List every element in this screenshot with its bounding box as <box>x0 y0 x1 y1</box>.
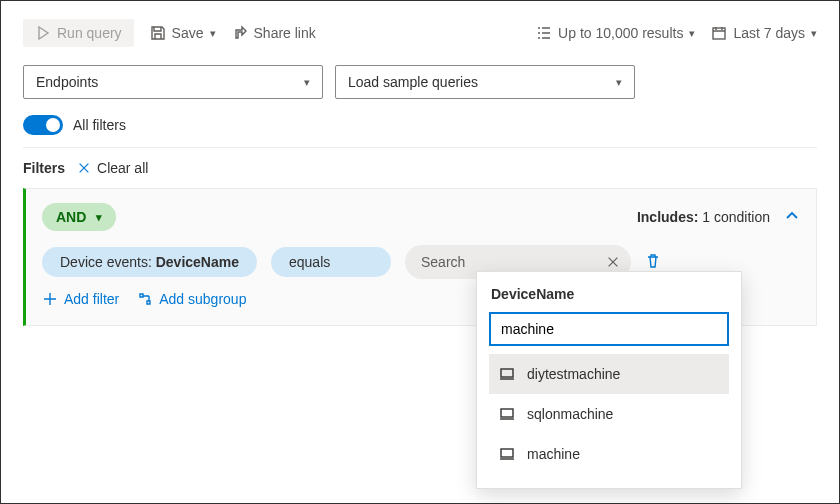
calendar-icon <box>711 25 727 41</box>
value-search-placeholder: Search <box>421 254 601 270</box>
filters-title: Filters <box>23 160 65 176</box>
add-subgroup-button[interactable]: Add subgroup <box>137 291 246 307</box>
device-icon <box>499 406 515 422</box>
add-filter-button[interactable]: Add filter <box>42 291 119 307</box>
svg-rect-3 <box>501 449 513 457</box>
chevron-down-icon: ▾ <box>811 27 817 40</box>
chevron-down-icon: ▾ <box>210 27 216 40</box>
results-limit-label: Up to 10,000 results <box>558 25 683 41</box>
time-range-button[interactable]: Last 7 days ▾ <box>711 25 817 41</box>
endpoints-select[interactable]: Endpoints ▾ <box>23 65 323 99</box>
chevron-up-icon <box>784 208 800 224</box>
clear-all-button[interactable]: Clear all <box>77 160 148 176</box>
chevron-down-icon: ▾ <box>616 76 622 89</box>
suggestion-option[interactable]: diytestmachine <box>489 354 729 394</box>
operator-pill[interactable]: AND ▾ <box>42 203 116 231</box>
operator-chip[interactable]: equals <box>271 247 391 277</box>
subgroup-icon <box>137 291 153 307</box>
suggestion-label: machine <box>527 446 580 462</box>
field-chip-prefix: Device events: <box>60 254 156 270</box>
svg-rect-1 <box>501 369 513 377</box>
collapse-button[interactable] <box>784 208 800 227</box>
operator-label: AND <box>56 209 86 225</box>
field-chip-name: DeviceName <box>156 254 239 270</box>
plus-icon <box>42 291 58 307</box>
save-label: Save <box>172 25 204 41</box>
includes-label: Includes: <box>637 209 698 225</box>
field-chip[interactable]: Device events: DeviceName <box>42 247 257 277</box>
add-subgroup-label: Add subgroup <box>159 291 246 307</box>
run-query-button[interactable]: Run query <box>23 19 134 47</box>
operator-chip-label: equals <box>289 254 330 270</box>
add-filter-label: Add filter <box>64 291 119 307</box>
share-label: Share link <box>254 25 316 41</box>
svg-rect-2 <box>501 409 513 417</box>
device-icon <box>499 366 515 382</box>
delete-condition-button[interactable] <box>645 253 661 272</box>
suggestion-option[interactable]: sqlonmachine <box>489 394 729 434</box>
includes-value: 1 condition <box>702 209 770 225</box>
trash-icon <box>645 253 661 269</box>
all-filters-toggle[interactable] <box>23 115 63 135</box>
chevron-down-icon: ▾ <box>96 211 102 224</box>
endpoints-label: Endpoints <box>36 74 98 90</box>
device-icon <box>499 446 515 462</box>
svg-rect-0 <box>713 28 725 39</box>
suggestion-option[interactable]: machine <box>489 434 729 474</box>
sample-queries-select[interactable]: Load sample queries ▾ <box>335 65 635 99</box>
share-link-button[interactable]: Share link <box>232 25 316 41</box>
close-icon <box>77 161 91 175</box>
close-icon <box>606 255 620 269</box>
save-icon <box>150 25 166 41</box>
run-query-label: Run query <box>57 25 122 41</box>
list-icon <box>536 25 552 41</box>
filters-header: Filters Clear all <box>23 148 817 188</box>
popover-title: DeviceName <box>489 286 729 302</box>
all-filters-label: All filters <box>73 117 126 133</box>
sample-label: Load sample queries <box>348 74 478 90</box>
results-limit-button[interactable]: Up to 10,000 results ▾ <box>536 25 695 41</box>
all-filters-row: All filters <box>23 115 817 148</box>
chevron-down-icon: ▾ <box>689 27 695 40</box>
clear-all-label: Clear all <box>97 160 148 176</box>
selects-row: Endpoints ▾ Load sample queries ▾ <box>23 65 817 99</box>
value-suggest-popover: DeviceName diytestmachine sqlonmachine m… <box>476 271 742 489</box>
suggestion-label: diytestmachine <box>527 366 620 382</box>
toolbar: Run query Save ▾ Share link Up to 10,000… <box>23 17 817 49</box>
time-range-label: Last 7 days <box>733 25 805 41</box>
play-icon <box>35 25 51 41</box>
share-icon <box>232 25 248 41</box>
save-button[interactable]: Save ▾ <box>150 25 216 41</box>
chevron-down-icon: ▾ <box>304 76 310 89</box>
suggestion-label: sqlonmachine <box>527 406 613 422</box>
popover-search-input[interactable] <box>489 312 729 346</box>
